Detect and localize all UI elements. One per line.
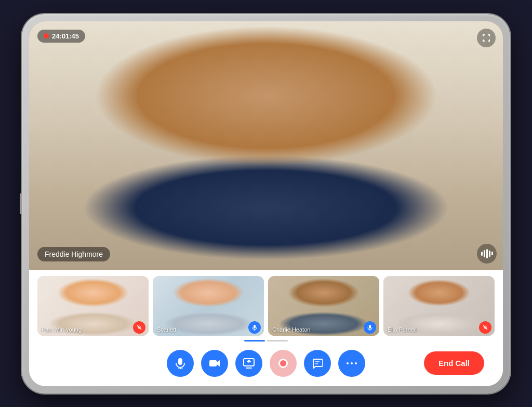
p1-name: Park Min-young bbox=[42, 326, 82, 333]
camera-button[interactable] bbox=[201, 350, 228, 377]
participant-card-charlie-heaton[interactable]: Charlie Heaton bbox=[268, 276, 379, 336]
participant-card-park-min-young[interactable]: Park Min-young bbox=[37, 276, 149, 336]
svg-point-17 bbox=[351, 362, 353, 364]
speaker-name-label: Freddie Highmore bbox=[37, 247, 110, 261]
audio-bar-5 bbox=[491, 252, 493, 255]
scroll-dot-active bbox=[244, 340, 265, 342]
audio-indicator bbox=[477, 244, 497, 264]
controls-bar: End Call bbox=[29, 345, 503, 386]
share-button[interactable] bbox=[235, 350, 262, 377]
audio-bar-3 bbox=[486, 249, 488, 258]
tablet-side-button[interactable] bbox=[20, 193, 22, 214]
p4-mic-icon bbox=[479, 321, 491, 334]
svg-rect-7 bbox=[484, 325, 487, 329]
more-button[interactable] bbox=[338, 350, 365, 377]
fullscreen-button[interactable] bbox=[477, 29, 496, 47]
chat-button[interactable] bbox=[304, 350, 331, 377]
end-call-label: End Call bbox=[438, 359, 470, 367]
recording-dot-icon bbox=[44, 33, 49, 38]
svg-rect-11 bbox=[209, 360, 217, 366]
svg-rect-8 bbox=[178, 358, 182, 365]
p4-name: Ella Purnell bbox=[388, 326, 417, 333]
svg-point-18 bbox=[355, 362, 357, 364]
speaker-name-text: Freddie Highmore bbox=[45, 250, 103, 258]
audio-bar-2 bbox=[484, 250, 485, 257]
record-button[interactable] bbox=[270, 350, 297, 377]
end-call-button[interactable]: End Call bbox=[424, 351, 484, 375]
scroll-indicator bbox=[37, 336, 495, 345]
p1-mic-icon bbox=[133, 321, 145, 334]
scroll-dot-inactive bbox=[267, 340, 288, 342]
tablet-screen: 24:01:45 Freddie Highmore bbox=[29, 21, 503, 386]
svg-rect-1 bbox=[138, 325, 141, 329]
p3-mic-icon bbox=[364, 321, 376, 334]
mic-button[interactable] bbox=[167, 350, 194, 377]
tablet-device: 24:01:45 Freddie Highmore bbox=[22, 14, 510, 393]
participant-card-scarlett[interactable]: Scarlett bbox=[153, 276, 264, 336]
participant-strip: Park Min-young Scarlett bbox=[29, 270, 503, 345]
main-speaker-video bbox=[29, 21, 503, 270]
svg-point-16 bbox=[347, 362, 349, 364]
timer-display: 24:01:45 bbox=[52, 32, 79, 40]
audio-bar-4 bbox=[489, 251, 490, 257]
participant-card-ella-purnell[interactable]: Ella Purnell bbox=[383, 276, 495, 336]
svg-rect-2 bbox=[254, 325, 256, 329]
participant-row: Park Min-young Scarlett bbox=[37, 276, 495, 336]
p2-name: Scarlett bbox=[157, 326, 176, 333]
main-video-area: 24:01:45 Freddie Highmore bbox=[29, 21, 503, 270]
p3-name: Charlie Heaton bbox=[272, 326, 310, 333]
svg-rect-4 bbox=[369, 325, 371, 329]
audio-bar-1 bbox=[481, 252, 483, 256]
recording-badge: 24:01:45 bbox=[37, 30, 85, 43]
p2-mic-icon bbox=[248, 321, 261, 334]
